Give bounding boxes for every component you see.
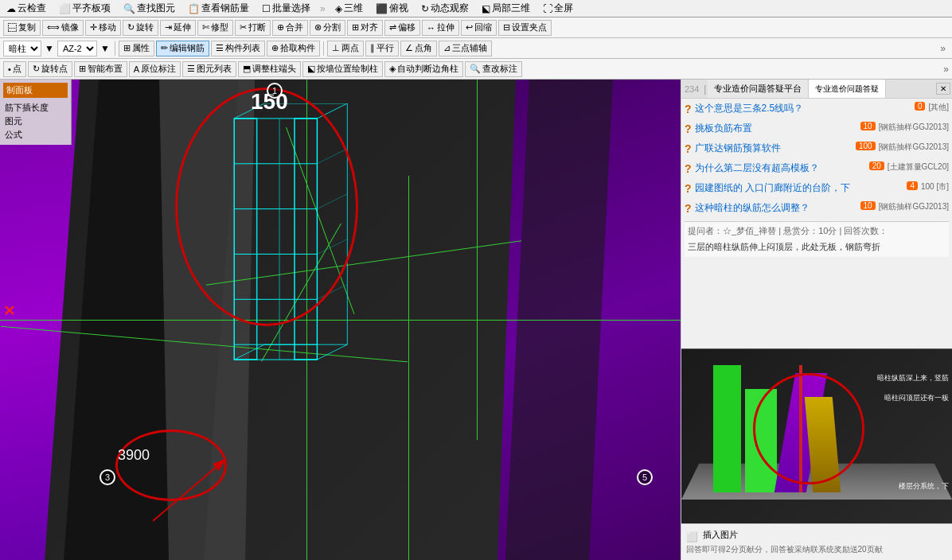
copy-button[interactable]: ⿱ 复制 [3, 20, 41, 36]
auto-corner-button[interactable]: ◈ 自动判断边角柱 [384, 61, 463, 77]
insert-image-section: ⬜ 插入图片 回答即可得2分页献分，回答被采纳联系统奖励送20页献 [681, 523, 952, 560]
parallel-button[interactable]: ∥ 平行 [365, 41, 399, 56]
sidebar-item-3: 公式 [3, 128, 68, 142]
qa-text-1[interactable]: 这个意思是三条2.5线吗？ [695, 102, 911, 115]
right-3d-bar-green1 [713, 365, 741, 492]
qa-text-4[interactable]: 为什么第二层没有超高模板？ [695, 161, 866, 175]
left-sidebar-panel: 制面板 筋下插长度 图元 公式 [0, 80, 72, 145]
qa-tag-1: [其他] [928, 102, 949, 113]
right-3d-rebar-red [799, 365, 802, 492]
three-point-button[interactable]: ⊿ 三点辅轴 [439, 41, 492, 56]
menu-top-view[interactable]: ⬛ 俯视 [373, 0, 412, 17]
left-panel: 150 3900 1 3 5 ✕ 制面板 筋下插长度 图元 公式 [0, 80, 681, 560]
adjust-column-head-button[interactable]: ⬒ 调整柱端头 [238, 61, 301, 77]
qa-text-5[interactable]: 园建图纸的 入口门廊附近的台阶，下 [695, 181, 904, 195]
close-rp-tab-button[interactable]: ✕ [936, 83, 950, 95]
x-axis-arrow: ✕ [3, 302, 15, 320]
right-3d-view: 暗柱纵筋深上来，竖筋 暗柱闷顶层还有一板 楼层分系统，下 [681, 348, 952, 523]
extend-button[interactable]: ⇥ 延伸 [160, 20, 196, 36]
edit-rebar-button[interactable]: ✏ 编辑钢筋 [156, 41, 209, 56]
qa-icon-2: ? [685, 122, 692, 135]
qa-icon-1: ? [685, 103, 692, 115]
qa-tag-6: [钢筋抽样GGJ2013] [879, 201, 949, 212]
top-menu-bar: ☁ 云检查 ⬜ 平齐板项 🔍 查找图元 📋 查看钢筋量 ☐ 批量选择 » ◈ 三… [0, 0, 952, 18]
menu-3d[interactable]: ◈ 三维 [332, 0, 366, 17]
qa-badge-5: 4 [907, 181, 918, 190]
menu-view-rebar[interactable]: 📋 查看钢筋量 [185, 0, 252, 17]
svg-line-12 [317, 344, 347, 360]
menu-dynamic-observe[interactable]: ↻ 动态观察 [418, 0, 472, 17]
svg-line-19 [317, 239, 347, 255]
menu-cloud-check[interactable]: ☁ 云检查 [3, 0, 49, 17]
menu-local-3d[interactable]: ⬕ 局部三维 [478, 0, 533, 17]
draw-by-wall-button[interactable]: ⬕ 按墙位置绘制柱 [302, 61, 383, 77]
break-button[interactable]: ✂ 打断 [235, 20, 271, 36]
smart-layout-button[interactable]: ⊞ 智能布置 [74, 61, 127, 77]
check-annotation-button[interactable]: 🔍 查改标注 [465, 61, 522, 77]
menu-fullscreen[interactable]: ⛶ 全屏 [540, 0, 576, 17]
qa-badge-6: 10 [860, 201, 876, 210]
mirror-button[interactable]: ⟺ 镜像 [42, 20, 84, 36]
grip-button[interactable]: ⊟ 设置夹点 [498, 20, 552, 36]
right-panel: 234 | 专业造价问题答疑平台 专业造价问题答疑 ✕ ? 这个意思是三条2.5… [681, 80, 952, 560]
point-angle-button[interactable]: ∠ 点角 [400, 41, 437, 56]
num-3: 3 [99, 469, 115, 485]
move-button[interactable]: ✛ 移动 [85, 20, 121, 36]
qa-badge-3: 100 [856, 142, 876, 150]
in-place-annotation-button[interactable]: A 原位标注 [129, 61, 181, 77]
offset-button[interactable]: ⇌ 偏移 [384, 20, 420, 36]
sidebar-item-1: 筋下插长度 [3, 101, 68, 115]
num-1: 1 [267, 83, 283, 99]
qa-item-1: ? 这个意思是三条2.5线吗？ 0 [其他] [685, 102, 949, 115]
merge-button[interactable]: ⊕ 合并 [272, 20, 308, 36]
viewport-3d[interactable]: 150 3900 1 3 5 ✕ 制面板 筋下插长度 图元 公式 [0, 80, 681, 560]
column-type-select[interactable]: 暗柱 [3, 41, 41, 56]
menu-find-element[interactable]: 🔍 查找图元 [120, 0, 178, 17]
pick-component-button[interactable]: ⊕ 拾取构件 [267, 41, 320, 56]
menu-flat-slab[interactable]: ⬜ 平齐板项 [56, 0, 114, 17]
svg-rect-0 [234, 119, 256, 360]
right-panel-tabs: 234 | 专业造价问题答疑平台 专业造价问题答疑 ✕ [681, 80, 952, 99]
sidebar-item-2: 图元 [3, 115, 68, 128]
page-num-display: 234 [681, 84, 702, 94]
qa-tag-3: [钢筋抽样GGJ2013] [879, 142, 949, 153]
element-list-button[interactable]: ☰ 图元列表 [182, 61, 236, 77]
sidebar-panel-title: 制面板 [3, 83, 68, 98]
menu-batch-select[interactable]: ☐ 批量选择 [259, 0, 314, 17]
qa-text-3[interactable]: 广联达钢筋预算软件 [695, 142, 853, 155]
property-button[interactable]: ⊞ 属性 [119, 41, 154, 56]
rp-tab-2[interactable]: 专业造价问题答疑 [809, 80, 886, 98]
trim-button[interactable]: ✄ 修型 [197, 20, 233, 36]
stretch-button[interactable]: ↔ 拉伸 [422, 20, 459, 36]
num-5: 5 [637, 469, 653, 485]
column-id-select[interactable]: AZ-2 [57, 41, 97, 56]
qa-tag-4: [土建算量GCL20] [888, 161, 949, 173]
retract-button[interactable]: ↩ 回缩 [461, 20, 497, 36]
svg-line-11 [234, 344, 264, 360]
qa-badge-4: 20 [869, 161, 884, 170]
qa-item-3: ? 广联达钢筋预算软件 100 [钢筋抽样GGJ2013] [685, 142, 949, 155]
rotate-point-button[interactable]: ↻ 旋转点 [28, 61, 72, 77]
toolbar-row-3: • 点 ↻ 旋转点 ⊞ 智能布置 A 原位标注 ☰ 图元列表 ⬒ 调整柱端头 ⬕… [0, 59, 952, 80]
rp-tab-1[interactable]: 专业造价问题答疑平台 [708, 80, 809, 98]
rotate-button[interactable]: ↻ 旋转 [123, 20, 158, 36]
align-button[interactable]: ⊞ 对齐 [347, 20, 383, 36]
qa-icon-5: ? [685, 182, 692, 195]
qa-icon-3: ? [685, 142, 692, 155]
insert-image-hint: 回答即可得2分页献分，回答被采纳联系统奖励送20页献 [686, 544, 947, 555]
qa-tag-2: [钢筋抽样GGJ2013] [879, 122, 949, 133]
svg-line-18 [317, 194, 347, 209]
building-wireframe [215, 103, 374, 390]
point-button[interactable]: • 点 [3, 61, 26, 77]
qa-text-2[interactable]: 挑板负筋布置 [695, 122, 857, 135]
answer-meta: 提问者：☆_梦佰_禅替 | 悬赏分：10分 | 回答次数： [688, 225, 946, 237]
qa-tag-5: 100 [市] [921, 181, 949, 192]
split-button[interactable]: ⊗ 分割 [310, 20, 345, 36]
qa-icon-4: ? [685, 162, 692, 175]
qa-text-6[interactable]: 这种暗柱的纵筋怎么调整？ [695, 201, 857, 215]
component-list-button[interactable]: ☰ 构件列表 [211, 41, 265, 56]
svg-rect-1 [295, 119, 317, 360]
qa-item-5: ? 园建图纸的 入口门廊附近的台阶，下 4 100 [市] [685, 181, 949, 195]
toolbar-row-2: 暗柱 ▼ AZ-2 ▼ ⊞ 属性 ✏ 编辑钢筋 ☰ 构件列表 ⊕ 拾取构件 ⊥ … [0, 38, 952, 59]
two-point-button[interactable]: ⊥ 两点 [327, 41, 364, 56]
